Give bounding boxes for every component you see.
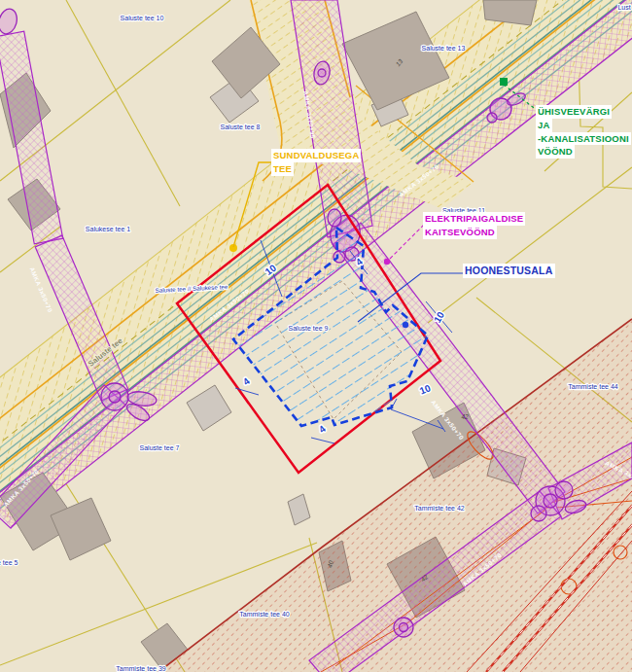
annotation-line: HOONESTUSALA — [463, 264, 555, 278]
annotation-line: SUNDVALDUSEGA — [271, 149, 361, 162]
parcel-label: Tammiste tee 40 — [239, 611, 289, 618]
parcel-label: Tammiste tee 42 — [414, 505, 464, 512]
parcel-label: Tammiste tee 39 — [116, 665, 165, 672]
water-point-marker — [500, 78, 508, 86]
parcel-label: Saluste tee 9 — [289, 325, 329, 332]
parcel-label: Salukese tee 1 — [86, 226, 130, 232]
annotation-sundvaldusega-tee: SUNDVALDUSEGA TEE — [271, 149, 361, 176]
annotation-line: JA — [536, 119, 552, 132]
annotation-line: TEE — [271, 162, 294, 176]
parcel-label: Saluste tee 10 — [121, 15, 164, 21]
annotation-line: ÜHISVEEVÄRGI — [536, 105, 612, 119]
parcel-label: Tammiste tee 44 — [568, 383, 617, 390]
building-number: 42 — [461, 413, 469, 420]
annotation-line: KAITSEVÖÖND — [423, 226, 497, 239]
parcel-label: Lust — [617, 4, 630, 11]
annotation-water-sewer-zone: ÜHISVEEVÄRGI JA -KANALISATSIOONI VÖÖND — [536, 105, 631, 159]
annotation-electric-protection-zone: ELEKTRIPAIGALDISE KAITSEVÖÖND — [423, 212, 525, 239]
annotation-line: VÖÖND — [536, 145, 575, 159]
detail-plan-map[interactable]: 10 4 10 10 4 4 AMKA 3x70+95 AMKA 3x50+70… — [0, 0, 632, 672]
parcel-label: Saluste tee 8 — [221, 124, 261, 130]
electric-point-marker — [384, 259, 390, 265]
parcel-label: Saluste tee 7 — [140, 444, 180, 451]
map-canvas: 10 4 10 10 4 4 AMKA 3x70+95 AMKA 3x50+70… — [0, 0, 632, 672]
annotation-building-envelope: HOONESTUSALA — [463, 264, 555, 278]
blue-point-marker — [403, 322, 408, 328]
annotation-line: ELEKTRIPAIGALDISE — [423, 212, 525, 226]
parcel-label: Saluste tee 5 — [0, 559, 18, 566]
annotation-line: -KANALISATSIOONI — [536, 132, 631, 146]
parcel-label: Saluste tee 13 — [422, 45, 466, 52]
